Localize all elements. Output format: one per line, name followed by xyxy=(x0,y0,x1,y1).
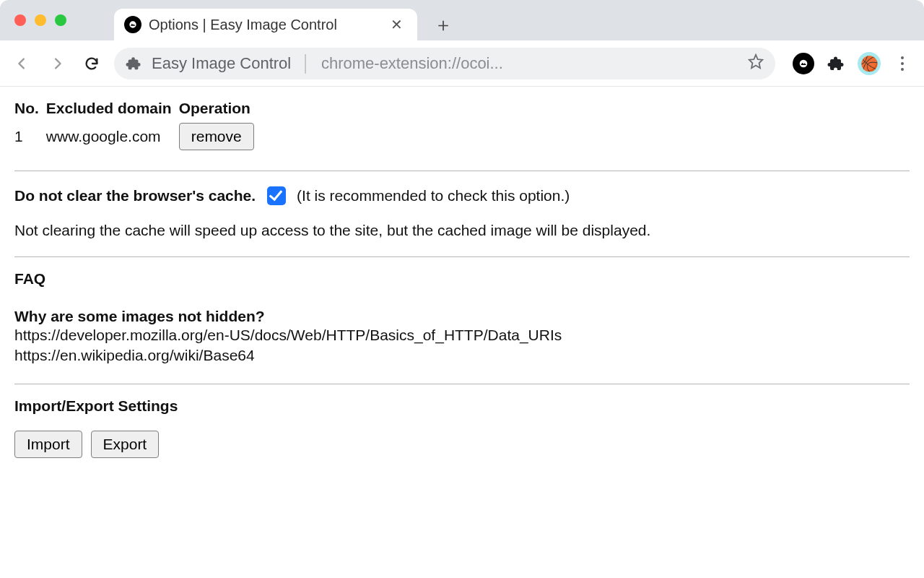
import-export-heading: Import/Export Settings xyxy=(14,397,910,415)
bookmark-star-icon[interactable] xyxy=(748,53,764,74)
extension-puzzle-icon xyxy=(126,56,141,72)
cache-option-note: Not clearing the cache will speed up acc… xyxy=(14,222,910,239)
divider xyxy=(14,171,910,171)
browser-menu-button[interactable] xyxy=(891,52,914,75)
window-controls xyxy=(14,14,66,26)
faq-link: https://en.wikipedia.org/wiki/Base64 xyxy=(14,345,910,366)
back-button[interactable] xyxy=(10,51,35,76)
tab-title: Options | Easy Image Control xyxy=(149,17,379,33)
forward-button[interactable] xyxy=(45,51,69,76)
export-button[interactable]: Export xyxy=(91,431,160,458)
divider xyxy=(14,256,910,257)
svg-marker-0 xyxy=(749,54,762,67)
cache-option-row: Do not clear the browser's cache. (It is… xyxy=(14,184,910,207)
faq-links: https://developer.mozilla.org/en-US/docs… xyxy=(14,325,910,366)
profile-avatar[interactable]: 🏀 xyxy=(858,52,881,75)
active-tab[interactable]: Options | Easy Image Control ✕ xyxy=(114,9,417,40)
options-page: No. Excluded domain Operation 1 www.goog… xyxy=(0,87,924,468)
address-bar[interactable]: Easy Image Control │ chrome-extension://… xyxy=(114,48,775,79)
new-tab-button[interactable]: ＋ xyxy=(427,9,459,40)
excluded-domains-table: No. Excluded domain Operation 1 www.goog… xyxy=(14,97,261,153)
cache-option-label: Do not clear the browser's cache. xyxy=(14,187,256,204)
toolbar: Easy Image Control │ chrome-extension://… xyxy=(0,40,924,87)
cell-no: 1 xyxy=(14,120,46,153)
minimize-window-button[interactable] xyxy=(35,14,46,26)
faq-link: https://developer.mozilla.org/en-US/docs… xyxy=(14,325,910,345)
table-row: 1 www.google.com remove xyxy=(14,120,261,153)
reload-button[interactable] xyxy=(79,51,104,76)
remove-domain-button[interactable]: remove xyxy=(179,123,254,150)
browser-window: Options | Easy Image Control ✕ ＋ Easy Im… xyxy=(0,0,924,578)
faq-question: Why are some images not hidden? xyxy=(14,308,910,325)
col-header-domain: Excluded domain xyxy=(46,97,179,120)
omnibox-separator: │ xyxy=(301,54,311,73)
divider xyxy=(14,384,910,384)
tabs: Options | Easy Image Control ✕ ＋ xyxy=(114,0,459,40)
fullscreen-window-button[interactable] xyxy=(55,14,66,26)
faq-heading: FAQ xyxy=(14,270,910,288)
import-button[interactable]: Import xyxy=(14,431,82,458)
cell-domain: www.google.com xyxy=(46,120,179,153)
col-header-no: No. xyxy=(14,97,46,120)
tab-close-button[interactable]: ✕ xyxy=(386,14,407,35)
extensions-button[interactable] xyxy=(824,52,847,75)
easy-image-control-extension-icon[interactable] xyxy=(793,53,814,74)
col-header-operation: Operation xyxy=(179,97,261,120)
omnibox-extension-name: Easy Image Control xyxy=(152,54,291,73)
import-export-buttons: Import Export xyxy=(14,431,910,458)
cache-option-hint: (It is recommended to check this option.… xyxy=(297,187,570,204)
omnibox-url: chrome-extension://ocoi... xyxy=(321,54,738,73)
tab-bar: Options | Easy Image Control ✕ ＋ xyxy=(0,0,924,40)
close-window-button[interactable] xyxy=(14,14,26,26)
cache-option-checkbox[interactable] xyxy=(267,186,286,205)
tab-favicon-icon xyxy=(124,16,141,33)
toolbar-actions: 🏀 xyxy=(793,52,914,75)
